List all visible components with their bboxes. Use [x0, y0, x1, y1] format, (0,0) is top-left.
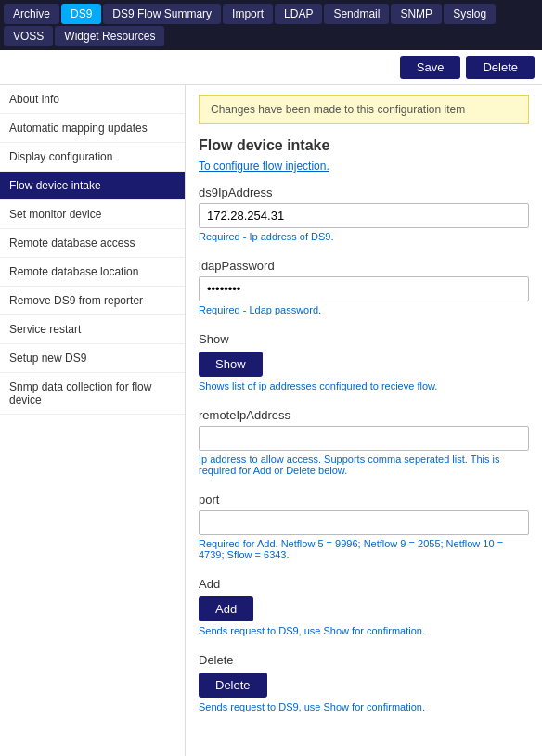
sidebar-item-snmp-data-collection[interactable]: Snmp data collection for flow device — [0, 373, 185, 415]
port-input[interactable] — [199, 510, 529, 535]
sidebar-item-remote-database-location[interactable]: Remote database location — [0, 258, 185, 287]
tab-import[interactable]: Import — [223, 4, 273, 24]
save-button[interactable]: Save — [400, 56, 461, 79]
sidebar-item-setup-new-ds9[interactable]: Setup new DS9 — [0, 344, 185, 373]
show-label: Show — [199, 332, 529, 346]
ds9-ip-address-input[interactable] — [199, 203, 529, 228]
add-section: Add Add Sends request to DS9, use Show f… — [199, 577, 529, 636]
port-block: port Required for Add. Netflow 5 = 9996;… — [199, 493, 529, 560]
sidebar-item-service-restart[interactable]: Service restart — [0, 315, 185, 344]
tab-ldap[interactable]: LDAP — [275, 4, 322, 24]
sidebar-item-flow-device-intake[interactable]: Flow device intake — [0, 172, 185, 200]
section-link[interactable]: To configure flow injection. — [199, 160, 529, 173]
sidebar-item-about-info[interactable]: About info — [0, 85, 185, 114]
alert-text: Changes have been made to this configura… — [211, 103, 465, 116]
port-hint: Required for Add. Netflow 5 = 9996; Netf… — [199, 538, 529, 560]
ds9-ip-address-block: ds9IpAddress Required - Ip address of DS… — [199, 186, 529, 242]
section-title: Flow device intake — [199, 137, 529, 154]
remote-ip-address-input[interactable] — [199, 426, 529, 451]
ds9-ip-address-hint: Required - Ip address of DS9. — [199, 231, 529, 242]
sidebar: About info Automatic mapping updates Dis… — [0, 85, 186, 756]
ldap-password-input[interactable] — [199, 276, 529, 301]
ldap-password-label: ldapPassword — [199, 259, 529, 273]
delete-button[interactable]: Delete — [466, 56, 535, 79]
show-hint: Shows list of ip addresses configured to… — [199, 380, 529, 391]
alert-banner: Changes have been made to this configura… — [199, 95, 529, 124]
show-button[interactable]: Show — [199, 352, 263, 377]
show-section: Show Show Shows list of ip addresses con… — [199, 332, 529, 391]
sidebar-item-remote-database-access[interactable]: Remote database access — [0, 229, 185, 258]
tab-ds9-flow-summary[interactable]: DS9 Flow Summary — [103, 4, 221, 24]
sidebar-item-remove-ds9-from-reporter[interactable]: Remove DS9 from reporter — [0, 287, 185, 315]
port-label: port — [199, 493, 529, 506]
ldap-password-hint: Required - Ldap password. — [199, 304, 529, 315]
tab-syslog[interactable]: Syslog — [444, 4, 496, 24]
sidebar-item-display-configuration[interactable]: Display configuration — [0, 143, 185, 172]
ldap-password-block: ldapPassword Required - Ldap password. — [199, 259, 529, 315]
delete-action-button[interactable]: Delete — [199, 673, 267, 698]
main-content: Changes have been made to this configura… — [186, 85, 542, 756]
sidebar-item-automatic-mapping[interactable]: Automatic mapping updates — [0, 114, 185, 143]
delete-label: Delete — [199, 653, 529, 667]
sidebar-item-set-monitor-device[interactable]: Set monitor device — [0, 200, 185, 229]
layout: About info Automatic mapping updates Dis… — [0, 85, 542, 756]
remote-ip-address-hint: Ip address to allow access. Supports com… — [199, 454, 529, 476]
remote-ip-address-block: remoteIpAddress Ip address to allow acce… — [199, 408, 529, 476]
tab-ds9[interactable]: DS9 — [61, 4, 101, 24]
tab-voss[interactable]: VOSS — [4, 26, 53, 46]
add-label: Add — [199, 577, 529, 591]
ds9-ip-address-label: ds9IpAddress — [199, 186, 529, 199]
add-button[interactable]: Add — [199, 596, 253, 621]
delete-hint: Sends request to DS9, use Show for confi… — [199, 701, 529, 712]
top-navigation: Archive DS9 DS9 Flow Summary Import LDAP… — [0, 0, 542, 50]
tab-sendmail[interactable]: Sendmail — [324, 4, 389, 24]
tab-widget-resources[interactable]: Widget Resources — [55, 26, 164, 46]
delete-section: Delete Delete Sends request to DS9, use … — [199, 653, 529, 712]
toolbar: Save Delete — [0, 50, 542, 85]
add-hint: Sends request to DS9, use Show for confi… — [199, 625, 529, 636]
remote-ip-address-label: remoteIpAddress — [199, 408, 529, 422]
tab-archive[interactable]: Archive — [4, 4, 59, 24]
tab-snmp[interactable]: SNMP — [391, 4, 442, 24]
